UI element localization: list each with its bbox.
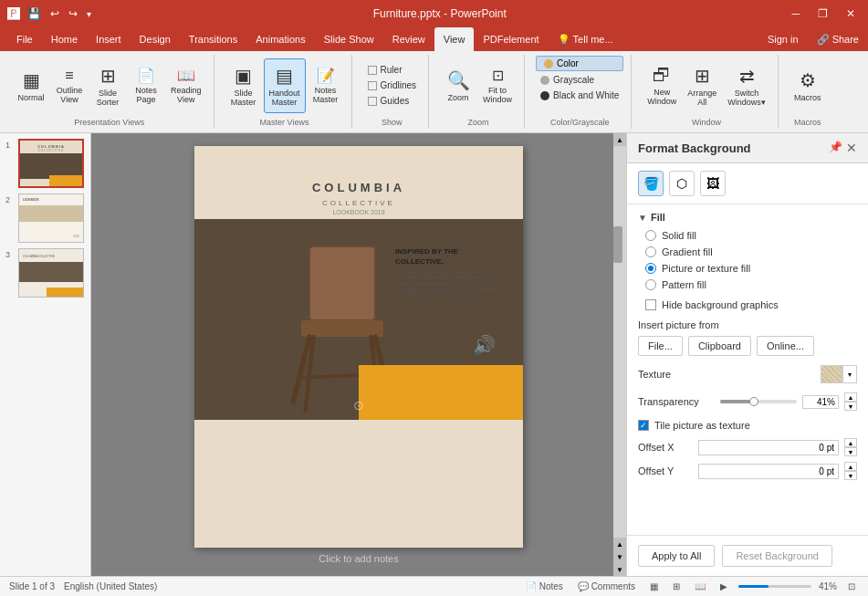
btn-clipboard[interactable]: Clipboard	[688, 336, 751, 356]
btn-color[interactable]: Color	[536, 56, 623, 71]
scroll-up-btn[interactable]: ▲	[613, 133, 626, 146]
offset-y-input[interactable]	[698, 464, 839, 479]
slides-panel[interactable]: 1 COLUMBIA COLLECTIVE 2 LOOKBOOK 2019	[0, 133, 91, 576]
tab-transitions[interactable]: Transitions	[180, 27, 246, 51]
slide-image-3[interactable]: COLUMBIA COLLECTIVE	[18, 248, 84, 298]
fit-to-window-status-btn[interactable]: ⊡	[844, 580, 859, 592]
btn-online[interactable]: Online...	[757, 336, 814, 356]
radio-gradient-fill[interactable]: Gradient fill	[645, 246, 857, 257]
tab-home[interactable]: Home	[42, 27, 87, 51]
btn-slide-sorter[interactable]: ⊞ SlideSorter	[89, 58, 126, 113]
panel-fill-icon-btn[interactable]: 🪣	[638, 171, 664, 196]
slide-thumb-1[interactable]: 1 COLUMBIA COLLECTIVE	[5, 139, 85, 188]
btn-notes-master[interactable]: 📝 NotesMaster	[308, 58, 344, 113]
checkbox-ruler[interactable]: Ruler	[363, 63, 421, 77]
panel-pin-btn[interactable]: 📌	[829, 141, 842, 155]
scroll-thumb[interactable]	[613, 226, 622, 263]
tab-design[interactable]: Design	[131, 27, 180, 51]
slider-thumb[interactable]	[749, 397, 758, 406]
offset-y-spin-down[interactable]: ▼	[844, 471, 857, 480]
svg-rect-0	[309, 246, 375, 320]
next-slide-btn[interactable]: ▼	[613, 550, 626, 563]
slide-image-2[interactable]: LOOKBOOK 2019	[18, 193, 84, 243]
reset-background-button[interactable]: Reset Background	[722, 545, 832, 567]
fill-section-header[interactable]: ▼ Fill	[638, 212, 857, 223]
tile-checkbox[interactable]: ✓	[638, 420, 649, 431]
click-to-add-notes[interactable]: Click to add notes	[319, 553, 398, 564]
btn-arrange-all[interactable]: ⊞ ArrangeAll	[683, 58, 721, 113]
comments-status-btn[interactable]: 💬 Comments	[574, 580, 639, 592]
tab-tell-me[interactable]: 💡 Tell me...	[549, 27, 622, 51]
btn-normal[interactable]: ▦ Normal	[13, 58, 49, 113]
checkbox-guides[interactable]: Guides	[363, 94, 421, 108]
language-indicator[interactable]: English (United States)	[64, 581, 157, 591]
tile-label: Tile picture as texture	[654, 420, 750, 431]
offset-x-spin-down[interactable]: ▼	[844, 447, 857, 456]
transparency-spin-down[interactable]: ▼	[844, 402, 857, 411]
btn-outline-view[interactable]: ≡ OutlineView	[51, 58, 88, 113]
canvas-scrollbar[interactable]: ▲ ▲ ▼ ▼	[613, 133, 626, 576]
transparency-spin-up[interactable]: ▲	[844, 392, 857, 402]
btn-reading-view[interactable]: 📖 ReadingView	[166, 58, 206, 113]
tab-insert[interactable]: Insert	[87, 27, 131, 51]
tab-view[interactable]: View	[434, 27, 475, 51]
notes-status-btn[interactable]: 📄 Notes	[522, 580, 567, 592]
btn-fit-to-window[interactable]: ⊡ Fit toWindow	[478, 58, 517, 113]
tile-row[interactable]: ✓ Tile picture as texture	[638, 420, 857, 431]
radio-pattern-fill[interactable]: Pattern fill	[645, 279, 857, 290]
tab-share[interactable]: 🔗 Share	[808, 27, 868, 51]
btn-black-white[interactable]: Black and White	[536, 89, 623, 102]
slide-thumb-3[interactable]: 3 COLUMBIA COLLECTIVE	[5, 248, 85, 298]
view-slide-sorter-btn[interactable]: ⊞	[669, 580, 684, 592]
btn-handout-master[interactable]: ▤ HandoutMaster	[264, 58, 306, 113]
tab-review[interactable]: Review	[383, 27, 434, 51]
checkbox-gridlines[interactable]: Gridlines	[363, 78, 421, 92]
tab-slideshow[interactable]: Slide Show	[315, 27, 383, 51]
btn-slide-master[interactable]: ▣ SlideMaster	[225, 58, 262, 113]
btn-macros[interactable]: ⚙ Macros	[790, 58, 826, 113]
btn-zoom[interactable]: 🔍 Zoom	[440, 58, 476, 113]
tab-animations[interactable]: Animations	[246, 27, 314, 51]
radio-picture-texture-fill[interactable]: Picture or texture fill	[645, 263, 857, 274]
btn-notes-page[interactable]: 📄 NotesPage	[128, 58, 164, 113]
view-reading-btn[interactable]: 📖	[691, 580, 709, 592]
hide-bg-row[interactable]: Hide background graphics	[645, 299, 857, 310]
tab-file[interactable]: File	[7, 27, 42, 51]
radio-solid-fill[interactable]: Solid fill	[645, 230, 857, 241]
slide-thumb-2[interactable]: 2 LOOKBOOK 2019	[5, 193, 85, 243]
panel-close-btn[interactable]: ✕	[846, 141, 857, 155]
comments-icon: 💬	[578, 581, 589, 591]
offset-y-spin-up[interactable]: ▲	[844, 462, 857, 471]
apply-to-all-button[interactable]: Apply to All	[638, 545, 715, 567]
window-minimize[interactable]: ─	[786, 5, 805, 22]
slide-image-1[interactable]: COLUMBIA COLLECTIVE	[18, 139, 84, 188]
quick-save[interactable]: 💾	[26, 5, 43, 22]
btn-switch-windows[interactable]: ⇄ SwitchWindows▾	[723, 58, 770, 113]
quick-redo[interactable]: ↪	[67, 5, 79, 22]
prev-slide-btn[interactable]: ▲	[613, 538, 626, 550]
transparency-input[interactable]	[802, 395, 839, 409]
transparency-slider[interactable]	[720, 400, 797, 403]
hide-bg-checkbox[interactable]	[645, 299, 656, 310]
quick-undo[interactable]: ↩	[48, 5, 61, 22]
texture-preview[interactable]	[821, 365, 842, 383]
tab-pdfelement[interactable]: PDFelement	[474, 27, 548, 51]
scroll-down-btn[interactable]: ▼	[613, 563, 626, 576]
offset-x-spin-up[interactable]: ▲	[844, 438, 857, 447]
panel-picture-icon-btn[interactable]: 🖼	[700, 171, 726, 196]
zoom-slider[interactable]	[738, 585, 811, 588]
view-normal-btn[interactable]: ▦	[646, 580, 662, 592]
view-slideshow-btn[interactable]: ▶	[716, 580, 731, 592]
btn-grayscale[interactable]: Grayscale	[536, 73, 623, 87]
quick-customize[interactable]: ▾	[85, 7, 93, 21]
window-restore[interactable]: ❐	[812, 5, 833, 22]
panel-effects-icon-btn[interactable]: ⬡	[669, 171, 695, 196]
slide-main-image: INSPIRED BY THE COLLECTIVE. Explore Scan…	[194, 219, 523, 420]
slide-canvas[interactable]: COLUMBIA COLLECTIVE LOOKBOOK 2019	[194, 146, 523, 548]
offset-x-input[interactable]	[698, 440, 839, 455]
btn-new-window[interactable]: 🗗 NewWindow	[643, 58, 681, 113]
window-close[interactable]: ✕	[841, 5, 861, 22]
texture-dropdown-btn[interactable]: ▾	[842, 365, 857, 383]
btn-file[interactable]: File...	[638, 336, 683, 356]
tab-signin[interactable]: Sign in	[758, 27, 808, 51]
